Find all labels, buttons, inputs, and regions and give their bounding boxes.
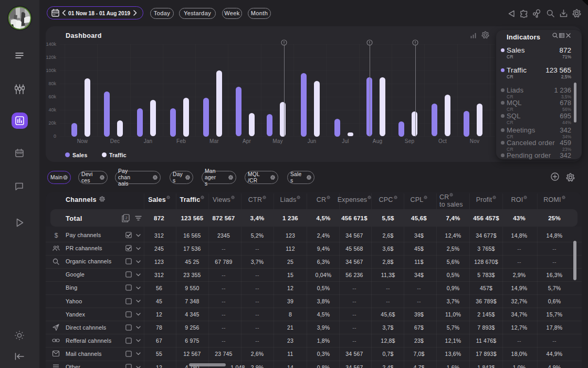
svg-text:2: 2 xyxy=(125,216,128,220)
svg-text:$: $ xyxy=(55,232,58,239)
